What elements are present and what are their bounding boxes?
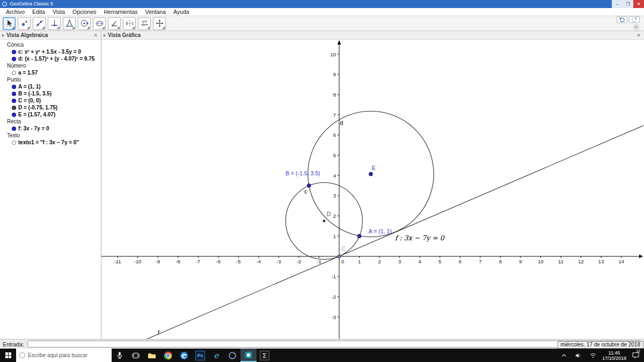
restore-button[interactable]: ❐ — [623, 0, 633, 8]
point-label-D[interactable]: D — [327, 211, 331, 217]
menu-ventana[interactable]: Ventana — [142, 8, 170, 16]
algebra-group-numero[interactable]: Número — [0, 62, 101, 69]
panel-menu-icon[interactable] — [104, 34, 106, 37]
redo-button[interactable] — [629, 16, 640, 23]
active-app-button[interactable] — [240, 349, 257, 362]
algebra-group-recta[interactable]: Recta — [0, 118, 101, 125]
algebra-group-conica[interactable]: Cónica — [0, 41, 101, 48]
algebra-item-C[interactable]: C = (0, 0) — [0, 97, 101, 104]
line-label-f[interactable]: f — [158, 329, 160, 336]
circle-icon — [80, 19, 89, 28]
tool-perpendicular-line[interactable] — [48, 17, 61, 30]
visibility-marble-icon[interactable] — [12, 99, 16, 103]
tool-point[interactable]: A — [18, 17, 31, 30]
panel-menu-icon[interactable] — [2, 34, 4, 37]
ellipse-icon — [95, 19, 104, 28]
close-button[interactable]: ✕ — [633, 0, 644, 8]
tool-polygon[interactable] — [63, 17, 76, 30]
algebra-item-a[interactable]: a = 1.57 — [0, 69, 101, 76]
active-app-icon — [244, 350, 253, 360]
tool-line[interactable] — [33, 17, 46, 30]
algebra-group-punto[interactable]: Punto — [0, 76, 101, 83]
start-button[interactable] — [0, 349, 16, 362]
point-label-B[interactable]: B = (-1.5, 3.5) — [286, 170, 320, 176]
sigma-app-button[interactable]: Σ — [257, 349, 273, 362]
visibility-marble-icon[interactable] — [12, 106, 16, 110]
menu-opciones[interactable]: Opciones — [69, 8, 100, 16]
internet-explorer-button[interactable]: e — [208, 349, 224, 362]
input-bar-field[interactable] — [27, 341, 641, 348]
photoshop-button[interactable]: Ps — [192, 349, 208, 362]
tool-reflection[interactable] — [123, 17, 136, 30]
visibility-marble-icon[interactable] — [12, 71, 16, 75]
taskbar-search-input[interactable] — [28, 352, 108, 358]
point-label-E[interactable]: E — [372, 165, 376, 171]
edge-button[interactable] — [176, 349, 192, 362]
network-button[interactable] — [588, 349, 598, 362]
y-tick-label: 4 — [333, 173, 336, 179]
menu-vista[interactable]: Vista — [49, 8, 69, 16]
circle-label-d[interactable]: d — [340, 120, 343, 126]
visibility-marble-icon[interactable] — [12, 127, 16, 131]
microphone-button[interactable] — [112, 349, 128, 362]
menu-herramientas[interactable]: Herramientas — [100, 8, 141, 16]
tool-angle[interactable] — [108, 17, 121, 30]
y-tick-label: 9 — [333, 71, 336, 77]
taskbar-search[interactable] — [16, 349, 112, 362]
algebra-item-B[interactable]: B = (-1.5, 3.5) — [0, 90, 101, 97]
geogebra-app-button[interactable] — [224, 349, 240, 362]
visibility-marble-icon[interactable] — [12, 92, 16, 96]
visibility-marble-icon[interactable] — [12, 57, 16, 61]
file-explorer-button[interactable] — [144, 349, 160, 362]
algebra-item-f[interactable]: f: 3x - 7y = 0 — [0, 125, 101, 132]
circle-label-c[interactable]: c — [304, 188, 308, 195]
chrome-button[interactable] — [160, 349, 176, 362]
point-label-C[interactable]: C — [341, 245, 346, 252]
graphics-view-header: Vista Gráfica ✕ — [101, 31, 644, 40]
algebra-close-icon[interactable]: ✕ — [93, 33, 99, 38]
point-label-A[interactable]: A = (1, 1) — [369, 228, 392, 234]
point-A[interactable] — [357, 234, 361, 238]
point-D[interactable] — [323, 220, 325, 222]
microphone-icon — [115, 351, 125, 360]
algebra-item-E[interactable]: E = (1.57, 4.07) — [0, 111, 101, 118]
algebra-group-texto[interactable]: Texto — [0, 132, 101, 139]
svg-text:a=2: a=2 — [142, 20, 147, 23]
tool-ellipse[interactable] — [93, 17, 106, 30]
menu-ayuda[interactable]: Ayuda — [170, 8, 193, 16]
y-tick-label: 2 — [333, 213, 336, 219]
undo-button[interactable] — [617, 16, 627, 23]
file-explorer-icon — [147, 351, 157, 360]
algebra-item-texto1[interactable]: texto1 = "f : 3x − 7y = 0" — [0, 139, 101, 146]
point-C[interactable] — [338, 255, 341, 258]
point-E[interactable] — [369, 172, 372, 176]
point-B[interactable] — [307, 184, 311, 188]
tool-circle[interactable] — [78, 17, 91, 30]
algebra-item-d[interactable]: d: (x - 1.57)² + (y - 4.07)² = 9.75 — [0, 55, 101, 62]
angle-icon — [110, 19, 119, 28]
visibility-marble-icon[interactable] — [12, 113, 16, 117]
tray-expand-button[interactable] — [559, 349, 569, 362]
algebra-item-A[interactable]: A = (1, 1) — [0, 83, 101, 90]
task-view-button[interactable] — [128, 349, 144, 362]
visibility-marble-icon[interactable] — [12, 50, 16, 54]
algebra-item-D[interactable]: D = (-0.75, 1.75) — [0, 104, 101, 111]
tool-move-graphics-view[interactable] — [153, 17, 166, 30]
menu-archivo[interactable]: Archivo — [2, 8, 28, 16]
visibility-marble-icon[interactable] — [12, 141, 16, 145]
visibility-marble-icon[interactable] — [12, 85, 16, 89]
graph-text-texto1[interactable]: f : 3x − 7y = 0 — [395, 234, 445, 242]
settings-gear-icon[interactable] — [633, 24, 640, 31]
taskbar-clock[interactable]: 11:45 17/10/2018 — [602, 350, 626, 361]
algebra-item-c[interactable]: c: x² + y² + 1.5x - 3.5y = 0 — [0, 48, 101, 55]
tool-slider[interactable]: a=2 — [138, 17, 151, 30]
graphics-svg[interactable]: -11-10-9-8-7-6-5-4-3-2-11234567891011121… — [101, 40, 643, 339]
graphics-area[interactable]: -11-10-9-8-7-6-5-4-3-2-11234567891011121… — [101, 40, 644, 339]
graphics-close-icon[interactable]: ✕ — [636, 33, 642, 38]
action-center-button[interactable]: 12 — [630, 349, 641, 362]
volume-button[interactable] — [573, 349, 584, 362]
minimize-button[interactable]: – — [612, 0, 623, 8]
menu-edita[interactable]: Edita — [28, 8, 49, 16]
tool-move[interactable] — [3, 17, 16, 30]
x-tick-label: 13 — [598, 258, 604, 264]
